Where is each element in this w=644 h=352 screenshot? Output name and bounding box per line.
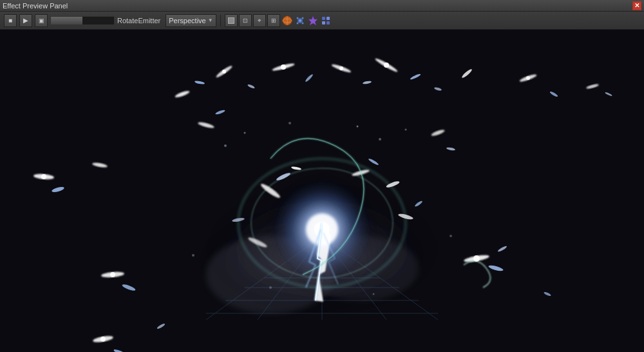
svg-point-41 [363, 81, 372, 84]
svg-rect-10 [322, 17, 325, 20]
svg-point-93 [192, 254, 194, 257]
svg-point-39 [305, 73, 314, 83]
view-mode-button[interactable] [225, 14, 238, 27]
particle-icon [295, 15, 305, 26]
perspective-dropdown[interactable]: Perspective ▼ [166, 14, 216, 27]
svg-point-86 [244, 132, 246, 134]
svg-point-7 [296, 22, 298, 24]
svg-point-75 [414, 200, 423, 207]
texture-button[interactable] [281, 15, 293, 26]
svg-point-94 [450, 235, 452, 237]
chevron-down-icon: ▼ [208, 17, 213, 23]
svg-point-35 [194, 81, 205, 85]
svg-point-6 [301, 17, 303, 19]
svg-point-76 [222, 70, 226, 73]
svg-point-79 [384, 63, 389, 68]
svg-point-64 [586, 83, 600, 90]
svg-point-49 [52, 186, 65, 193]
svg-point-65 [605, 92, 612, 97]
svg-point-63 [215, 109, 225, 115]
svg-point-54 [488, 264, 504, 272]
svg-point-70 [368, 158, 379, 166]
camera-button[interactable]: ⌖ [253, 14, 266, 27]
wireframe-icon: ⊡ [243, 17, 248, 24]
svg-point-81 [110, 272, 115, 277]
svg-point-34 [175, 90, 191, 99]
svg-point-67 [276, 171, 291, 182]
svg-point-8 [301, 22, 303, 24]
grid-icon: ⊞ [271, 17, 276, 24]
toolbar: ■ ▶ ▣ RotateEmitter Perspective ▼ ⊡ ⌖ ⊞ [0, 12, 644, 30]
viewport[interactable] [0, 30, 644, 352]
svg-point-77 [281, 64, 286, 70]
svg-point-89 [379, 138, 381, 141]
svg-point-55 [497, 245, 507, 252]
svg-point-46 [549, 91, 558, 97]
texture-icon [282, 15, 292, 26]
svg-rect-12 [322, 21, 325, 24]
svg-point-87 [289, 122, 291, 124]
svg-point-90 [405, 129, 407, 131]
svg-point-82 [473, 255, 480, 262]
svg-point-88 [357, 126, 359, 128]
grid-button[interactable]: ⊞ [267, 14, 280, 27]
svg-point-4 [299, 19, 301, 22]
svg-point-37 [247, 84, 256, 90]
close-button[interactable]: ✕ [632, 1, 641, 10]
perspective-label: Perspective [169, 17, 205, 24]
svg-point-5 [296, 17, 298, 19]
particle-button[interactable] [294, 15, 306, 26]
svg-point-71 [386, 180, 401, 188]
svg-point-78 [339, 66, 343, 70]
svg-point-50 [92, 162, 108, 168]
svg-rect-11 [327, 17, 330, 20]
stop-icon: ■ [8, 17, 12, 24]
svg-point-68 [291, 166, 301, 171]
effect-icon [308, 15, 318, 26]
view-solid-icon [228, 17, 234, 24]
effect-button[interactable] [307, 15, 319, 26]
toolbar-separator [220, 15, 221, 26]
svg-point-60 [113, 349, 126, 352]
svg-point-52 [122, 283, 137, 291]
record-icon: ▣ [39, 17, 44, 24]
svg-point-85 [224, 144, 227, 147]
svg-point-56 [544, 291, 552, 297]
rotate-emitter-label: RotateEmitter [117, 17, 160, 24]
record-button[interactable]: ▣ [35, 14, 48, 27]
timeline-slider[interactable] [50, 16, 115, 25]
timeline-progress [51, 17, 82, 24]
toolbar-icon-group: ⊡ ⌖ ⊞ [225, 14, 332, 27]
title-bar: Effect Preview Panel ✕ [0, 0, 644, 12]
extra-icon [321, 15, 331, 26]
svg-point-92 [373, 293, 375, 295]
svg-point-57 [431, 128, 446, 137]
svg-point-84 [526, 76, 530, 80]
camera-icon: ⌖ [258, 17, 261, 24]
effect-viewport [0, 30, 644, 352]
window-title: Effect Preview Panel [3, 2, 68, 10]
play-button[interactable]: ▶ [19, 14, 32, 27]
wireframe-button[interactable]: ⊡ [239, 14, 252, 27]
play-icon: ▶ [23, 17, 28, 24]
stop-button[interactable]: ■ [4, 14, 17, 27]
svg-rect-13 [327, 21, 330, 24]
svg-point-83 [100, 337, 106, 342]
svg-point-80 [41, 174, 46, 179]
extra-button[interactable] [320, 15, 332, 26]
svg-point-44 [434, 87, 442, 92]
svg-point-62 [198, 121, 215, 130]
svg-point-91 [269, 286, 272, 289]
svg-point-61 [156, 323, 166, 329]
svg-point-58 [446, 147, 455, 151]
svg-point-47 [461, 68, 473, 79]
svg-marker-9 [308, 16, 317, 25]
svg-point-43 [410, 73, 421, 80]
